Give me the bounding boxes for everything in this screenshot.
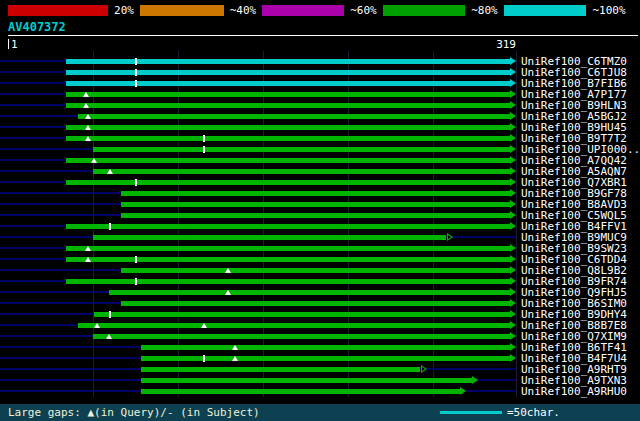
legend-gaps-text: Large gaps: ▲(in Query)/- (in Subject) xyxy=(8,404,260,421)
alignment-bar[interactable] xyxy=(66,136,511,141)
ruler-end-label: 319 xyxy=(496,39,516,50)
query-gap-marker-icon xyxy=(85,246,91,251)
legend-scale: =50char. xyxy=(440,404,560,421)
query-gap-marker-icon xyxy=(83,103,89,108)
scale-segment xyxy=(262,5,344,16)
scale-segment xyxy=(140,5,224,16)
alignment-arrowhead-icon xyxy=(510,167,516,175)
alignment-arrowhead-icon xyxy=(510,332,516,340)
alignment-arrowhead-icon xyxy=(510,123,516,131)
alignment-bar[interactable] xyxy=(66,224,511,229)
scale-label: ~100% xyxy=(586,5,632,16)
alignment-bar[interactable] xyxy=(93,334,511,339)
alignment-arrowhead-icon xyxy=(460,387,466,395)
subject-gap-tick xyxy=(203,146,205,153)
subject-gap-tick xyxy=(135,80,137,87)
query-gap-marker-icon xyxy=(85,257,91,262)
alignment-arrowhead-icon xyxy=(510,255,516,263)
scale-label: ~80% xyxy=(465,5,504,16)
query-gap-marker-icon xyxy=(91,158,97,163)
scale-segment xyxy=(383,5,465,16)
scale-label: 20% xyxy=(108,5,140,16)
ruler-start-tick xyxy=(8,39,9,49)
alignment-arrowhead-icon xyxy=(510,156,516,164)
alignment-bar[interactable] xyxy=(66,103,511,108)
query-gap-marker-icon xyxy=(85,136,91,141)
alignment-bar[interactable] xyxy=(141,345,511,350)
subject-gap-tick xyxy=(109,223,111,230)
alignment-arrowhead-icon xyxy=(510,145,516,153)
legend-scale-text: =50char. xyxy=(507,404,560,421)
alignment-arrowhead-icon xyxy=(510,343,516,351)
query-gap-marker-icon xyxy=(85,125,91,130)
query-gap-marker-icon xyxy=(232,356,238,361)
alignment-arrowhead-icon xyxy=(510,79,516,87)
alignment-bar[interactable] xyxy=(141,389,462,394)
alignment-arrowhead-icon xyxy=(510,354,516,362)
separator-line xyxy=(8,35,638,36)
alignment-row: UniRef100_A9RHU0 xyxy=(0,386,640,397)
alignment-bar[interactable] xyxy=(121,268,511,273)
alignment-bar[interactable] xyxy=(141,378,473,383)
alignment-bar[interactable] xyxy=(121,191,511,196)
alignment-arrowhead-icon xyxy=(510,178,516,186)
alignment-arrowhead-icon xyxy=(510,57,516,65)
query-gap-marker-icon xyxy=(201,323,207,328)
alignment-bar[interactable] xyxy=(66,158,511,163)
alignment-arrowhead-icon xyxy=(510,321,516,329)
alignment-bar[interactable] xyxy=(66,125,511,130)
subject-gap-tick xyxy=(135,69,137,76)
alignment-bar[interactable] xyxy=(78,323,511,328)
subject-gap-tick xyxy=(135,256,137,263)
alignment-arrowhead-icon xyxy=(510,222,516,230)
alignment-arrowhead-icon xyxy=(510,211,516,219)
alignment-bar[interactable] xyxy=(109,290,511,295)
alignment-bar[interactable] xyxy=(121,213,511,218)
query-gap-marker-icon xyxy=(225,268,231,273)
alignment-arrowhead-icon xyxy=(510,266,516,274)
alignment-bar[interactable] xyxy=(121,301,511,306)
query-gap-marker-icon xyxy=(106,334,112,339)
alignment-bar[interactable] xyxy=(66,246,511,251)
alignment-arrowhead-icon xyxy=(510,200,516,208)
alignment-bar[interactable] xyxy=(66,180,511,185)
alignment-open-arrowhead-icon xyxy=(421,365,427,373)
query-gap-marker-icon xyxy=(232,345,238,350)
alignment-rows: UniRef100_C6TMZ0UniRef100_C6TJU8UniRef10… xyxy=(0,56,640,397)
alignment-bar[interactable] xyxy=(66,81,511,86)
alignment-bar[interactable] xyxy=(66,59,511,64)
alignment-bar[interactable] xyxy=(66,92,511,97)
alignment-bar[interactable] xyxy=(66,279,511,284)
blast-overview-screen: 20%~40%~60%~80%~100% AV407372 1 319 UniR… xyxy=(0,0,640,421)
query-gap-marker-icon xyxy=(107,169,113,174)
alignment-arrowhead-icon xyxy=(510,277,516,285)
query-gap-marker-icon xyxy=(85,114,91,119)
alignment-arrowhead-icon xyxy=(510,112,516,120)
alignment-arrowhead-icon xyxy=(510,68,516,76)
scale-segment xyxy=(8,5,108,16)
alignment-bar[interactable] xyxy=(93,235,446,240)
alignment-bar[interactable] xyxy=(141,367,421,372)
scale-segment xyxy=(504,5,586,16)
subject-gap-tick xyxy=(109,311,111,318)
query-ruler: 1 319 xyxy=(8,38,516,51)
query-gap-marker-icon xyxy=(83,92,89,97)
query-gap-marker-icon xyxy=(225,290,231,295)
scale-label: ~40% xyxy=(224,5,262,16)
alignment-arrowhead-icon xyxy=(510,90,516,98)
alignment-arrowhead-icon xyxy=(510,299,516,307)
alignment-bar[interactable] xyxy=(94,312,511,317)
alignment-bar[interactable] xyxy=(121,202,511,207)
subject-id-label[interactable]: UniRef100_A9RHU0 xyxy=(521,386,627,397)
subject-gap-tick xyxy=(203,355,205,362)
alignment-bar[interactable] xyxy=(78,114,511,119)
alignment-arrowhead-icon xyxy=(510,134,516,142)
alignment-arrowhead-icon xyxy=(510,101,516,109)
alignment-bar[interactable] xyxy=(93,147,511,152)
alignment-bar[interactable] xyxy=(141,356,511,361)
query-gap-marker-icon xyxy=(94,323,100,328)
alignment-bar[interactable] xyxy=(66,70,511,75)
alignment-arrowhead-icon xyxy=(510,310,516,318)
alignment-bar[interactable] xyxy=(66,257,511,262)
alignment-bar[interactable] xyxy=(93,169,511,174)
